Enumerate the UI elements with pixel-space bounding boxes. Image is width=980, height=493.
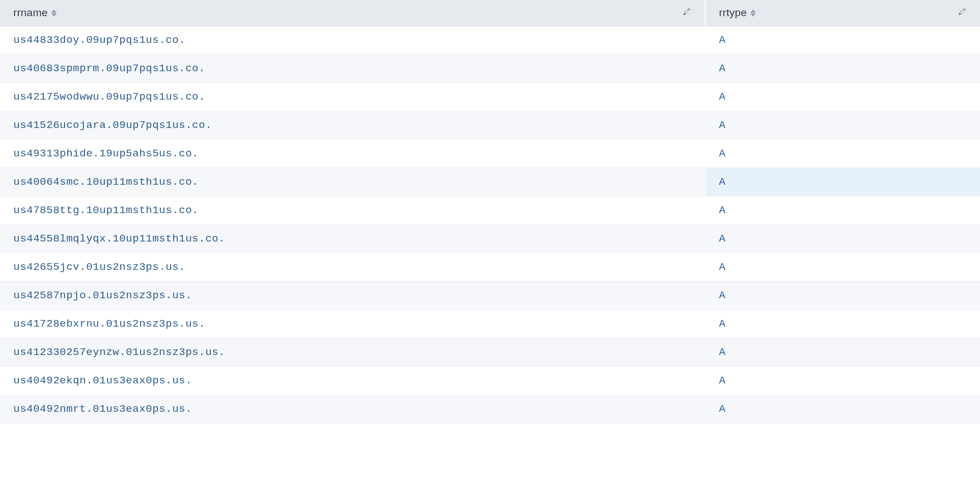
cell-rrtype[interactable]: A (706, 395, 980, 423)
cell-rrtype[interactable]: A (706, 310, 980, 338)
column-sort-rrname[interactable]: rrname (13, 7, 57, 19)
sort-icon (750, 9, 756, 17)
cell-rrname[interactable]: us41526ucojara.09up7pqs1us.co. (0, 111, 706, 139)
cell-rrname[interactable]: us40683spmprm.09up7pqs1us.co. (0, 55, 706, 82)
table-row[interactable]: us412330257eynzw.01us2nsz3ps.us.A (0, 338, 980, 367)
cell-rrtype[interactable]: A (706, 196, 980, 224)
column-label-rrtype: rrtype (719, 7, 747, 19)
cell-rrtype[interactable]: A (706, 83, 980, 111)
cell-rrname[interactable]: us42175wodwwu.09up7pqs1us.co. (0, 83, 706, 111)
table-row[interactable]: us42175wodwwu.09up7pqs1us.co.A (0, 83, 980, 111)
data-table: rrname rrtype (0, 0, 980, 423)
column-sort-rrtype[interactable]: rrtype (719, 7, 756, 19)
cell-rrname[interactable]: us42655jcv.01us2nsz3ps.us. (0, 253, 706, 281)
cell-rrname[interactable]: us47858ttg.10up11msth1us.co. (0, 196, 706, 224)
cell-rrtype[interactable]: A (706, 367, 980, 395)
cell-rrname[interactable]: us41728ebxrnu.01us2nsz3ps.us. (0, 310, 706, 338)
cell-rrname[interactable]: us44833doy.09up7pqs1us.co. (0, 26, 706, 54)
table-row[interactable]: us41728ebxrnu.01us2nsz3ps.us.A (0, 310, 980, 338)
column-header-rrtype: rrtype (706, 0, 980, 26)
cell-rrtype[interactable]: A (706, 26, 980, 54)
table-row[interactable]: us49313phide.19up5ahs5us.co.A (0, 140, 980, 168)
table-row[interactable]: us47858ttg.10up11msth1us.co.A (0, 196, 980, 225)
column-header-rrname: rrname (0, 0, 706, 26)
table-header: rrname rrtype (0, 0, 980, 26)
cell-rrtype[interactable]: A (706, 225, 980, 253)
table-row[interactable]: us41526ucojara.09up7pqs1us.co.A (0, 111, 980, 140)
cell-rrtype[interactable]: A (706, 282, 980, 309)
cell-rrtype[interactable]: A (706, 253, 980, 281)
edit-column-rrname-button[interactable] (682, 7, 691, 19)
pencil-icon (958, 7, 967, 16)
cell-rrname[interactable]: us42587npjo.01us2nsz3ps.us. (0, 282, 706, 309)
column-label-rrname: rrname (13, 7, 48, 19)
cell-rrname[interactable]: us412330257eynzw.01us2nsz3ps.us. (0, 338, 706, 366)
table-row[interactable]: us40064smc.10up11msth1us.co.A (0, 168, 980, 196)
cell-rrtype[interactable]: A (706, 140, 980, 167)
cell-rrname[interactable]: us49313phide.19up5ahs5us.co. (0, 140, 706, 167)
table-row[interactable]: us40492nmrt.01us3eax0ps.us.A (0, 395, 980, 423)
edit-column-rrtype-button[interactable] (958, 7, 967, 19)
cell-rrname[interactable]: us44558lmqlyqx.10up11msth1us.co. (0, 225, 706, 253)
cell-rrtype[interactable]: A (706, 338, 980, 366)
table-row[interactable]: us40492ekqn.01us3eax0ps.us.A (0, 367, 980, 395)
cell-rrname[interactable]: us40064smc.10up11msth1us.co. (0, 168, 706, 196)
table-row[interactable]: us40683spmprm.09up7pqs1us.co.A (0, 55, 980, 83)
cell-rrname[interactable]: us40492nmrt.01us3eax0ps.us. (0, 395, 706, 423)
table-row[interactable]: us42655jcv.01us2nsz3ps.us.A (0, 253, 980, 282)
cell-rrtype[interactable]: A (706, 111, 980, 139)
table-row[interactable]: us44558lmqlyqx.10up11msth1us.co.A (0, 225, 980, 253)
cell-rrtype[interactable]: A (706, 168, 980, 196)
sort-icon (51, 9, 57, 17)
table-body: us44833doy.09up7pqs1us.co.Aus40683spmprm… (0, 26, 980, 423)
pencil-icon (682, 7, 691, 16)
cell-rrname[interactable]: us40492ekqn.01us3eax0ps.us. (0, 367, 706, 395)
table-row[interactable]: us42587npjo.01us2nsz3ps.us.A (0, 282, 980, 310)
table-row[interactable]: us44833doy.09up7pqs1us.co.A (0, 26, 980, 55)
cell-rrtype[interactable]: A (706, 55, 980, 82)
